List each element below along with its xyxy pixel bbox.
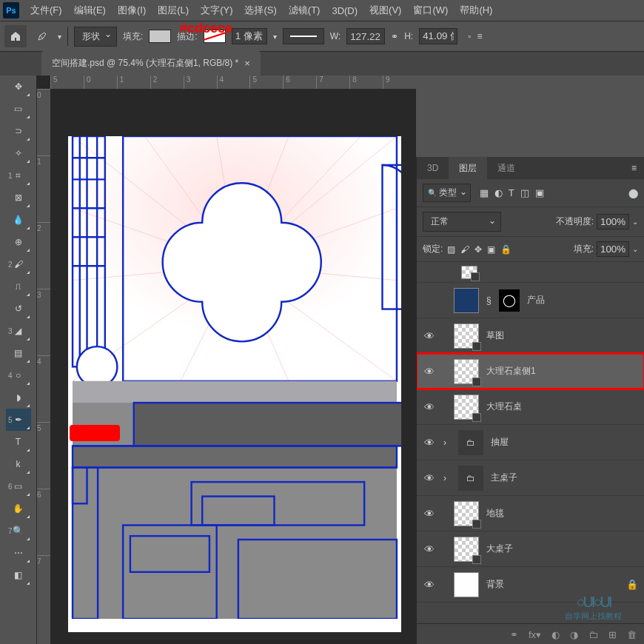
- canvas[interactable]: [68, 136, 401, 632]
- gradient-tool[interactable]: ▤: [6, 342, 31, 364]
- layer-row[interactable]: 👁›🗀主桌子: [417, 460, 644, 496]
- layer-row[interactable]: §◯产品: [417, 283, 644, 318]
- trash-icon[interactable]: 🗑: [627, 629, 637, 640]
- layer-name[interactable]: 产品: [527, 294, 545, 306]
- path-tool[interactable]: k: [6, 453, 31, 475]
- blend-mode-dropdown[interactable]: 正常: [423, 212, 501, 232]
- dodge-tool[interactable]: ◗: [6, 386, 31, 409]
- caret-down-icon[interactable]: ▾: [58, 33, 61, 41]
- caret-down-icon[interactable]: ⌄: [632, 245, 638, 253]
- move-tool[interactable]: ✥: [6, 76, 31, 98]
- frame-tool[interactable]: ⊠: [6, 187, 31, 209]
- opacity-input[interactable]: [597, 214, 629, 229]
- lock-position-icon[interactable]: ✥: [474, 244, 482, 255]
- panel-tab[interactable]: 图层: [449, 157, 487, 180]
- menu-item[interactable]: 选择(S): [239, 1, 281, 20]
- arrow-right-icon[interactable]: ›: [443, 473, 451, 483]
- layer-row[interactable]: 👁大桌子: [417, 531, 644, 567]
- lock-transparent-icon[interactable]: ▨: [447, 244, 455, 255]
- width-input[interactable]: [346, 28, 385, 44]
- fill-opacity-input[interactable]: [597, 241, 629, 257]
- mask-icon[interactable]: ◐: [551, 629, 560, 640]
- stamp-tool[interactable]: ⎍: [6, 275, 31, 298]
- home-button[interactable]: [4, 25, 27, 47]
- group-icon[interactable]: 🗀: [588, 629, 598, 640]
- healing-tool[interactable]: ⊕: [6, 231, 31, 253]
- panel-tab[interactable]: 3D: [417, 158, 449, 178]
- link-layers-icon[interactable]: ⚭: [510, 629, 518, 640]
- close-icon[interactable]: ×: [244, 58, 250, 69]
- layer-filter-dropdown[interactable]: 类型: [423, 184, 471, 202]
- layer-name[interactable]: 大理石桌: [486, 400, 522, 413]
- brush-tool[interactable]: 🖌2: [6, 253, 31, 275]
- menu-item[interactable]: 文字(Y): [195, 1, 238, 20]
- eraser-tool[interactable]: ◢3: [6, 320, 31, 342]
- visibility-icon[interactable]: 👁: [423, 508, 436, 520]
- new-layer-icon[interactable]: ⊞: [608, 629, 617, 640]
- rectangle-tool[interactable]: ▭6: [6, 475, 31, 497]
- layer-row[interactable]: 👁大理石桌侧1: [417, 354, 644, 389]
- align-button[interactable]: ≡: [477, 31, 482, 41]
- lock-all-icon[interactable]: 🔒: [500, 244, 511, 255]
- crop-tool[interactable]: ⌗1: [6, 164, 31, 187]
- pen-tool[interactable]: ✒5: [6, 409, 31, 431]
- blur-tool[interactable]: ○4: [6, 364, 31, 386]
- layer-name[interactable]: 主桌子: [491, 472, 517, 484]
- filter-adjust-icon[interactable]: ◐: [494, 187, 503, 198]
- document-tab[interactable]: 空间搭建.psd @ 75.4% (大理石桌侧1, RGB/8) * ×: [41, 51, 261, 76]
- type-tool[interactable]: T: [6, 431, 31, 453]
- visibility-icon[interactable]: 👁: [423, 330, 436, 342]
- shape-mode-dropdown[interactable]: 形状: [74, 27, 117, 47]
- layer-row[interactable]: 👁地毯: [417, 496, 644, 531]
- menu-item[interactable]: 编辑(E): [69, 1, 111, 20]
- layer-name[interactable]: 草图: [486, 329, 504, 342]
- path-ops-button[interactable]: ▫: [468, 31, 471, 41]
- arrow-right-icon[interactable]: ›: [443, 437, 451, 448]
- menu-item[interactable]: 图像(I): [113, 1, 151, 20]
- visibility-icon[interactable]: 👁: [423, 543, 436, 555]
- lasso-tool[interactable]: ⊃: [6, 120, 31, 142]
- wand-tool[interactable]: ✧: [6, 142, 31, 164]
- marquee-tool[interactable]: ▭: [6, 98, 31, 120]
- visibility-icon[interactable]: 👁: [423, 437, 436, 449]
- menu-item[interactable]: 帮助(H): [455, 1, 497, 20]
- filter-smart-icon[interactable]: ▣: [535, 187, 544, 198]
- zoom-tool[interactable]: 🔍7: [6, 520, 31, 542]
- stroke-style-dropdown[interactable]: [283, 28, 324, 44]
- filter-type-icon[interactable]: T: [509, 187, 514, 198]
- eyedropper-tool[interactable]: 💧: [6, 209, 31, 231]
- menu-item[interactable]: 3D(D): [326, 2, 363, 19]
- visibility-icon[interactable]: 👁: [423, 366, 436, 378]
- filter-pixel-icon[interactable]: ▦: [480, 187, 489, 198]
- layer-name[interactable]: 地毯: [486, 507, 504, 520]
- layer-name[interactable]: 大理石桌侧1: [486, 365, 536, 378]
- stroke-width-input[interactable]: [232, 28, 267, 44]
- layer-row[interactable]: [417, 262, 644, 283]
- caret-down-icon[interactable]: ⌄: [632, 218, 638, 226]
- visibility-icon[interactable]: 👁: [423, 579, 436, 591]
- menu-item[interactable]: 文件(F): [25, 1, 67, 20]
- menu-item[interactable]: 图层(L): [152, 1, 194, 20]
- link-icon[interactable]: ⚭: [391, 31, 398, 41]
- fx-icon[interactable]: fx▾: [529, 629, 541, 640]
- menu-item[interactable]: 视图(V): [364, 1, 406, 20]
- menu-item[interactable]: 窗口(W): [408, 1, 453, 20]
- layer-name[interactable]: 大桌子: [486, 543, 513, 555]
- tool-preset-button[interactable]: [33, 27, 52, 46]
- lock-artboard-icon[interactable]: ▣: [487, 244, 495, 255]
- history-brush-tool[interactable]: ↺: [6, 298, 31, 320]
- layer-row[interactable]: 👁›🗀抽屉: [417, 425, 644, 460]
- layer-name[interactable]: 背景: [486, 578, 504, 591]
- fill-swatch[interactable]: [149, 30, 171, 43]
- panel-menu-icon[interactable]: ≡: [624, 163, 644, 173]
- layer-row[interactable]: 👁背景🔒: [417, 567, 644, 603]
- panel-tab[interactable]: 通道: [487, 157, 526, 180]
- visibility-icon[interactable]: 👁: [423, 472, 436, 484]
- menu-item[interactable]: 滤镜(T): [284, 1, 326, 20]
- hand-tool[interactable]: ✋: [6, 497, 31, 520]
- lock-pixels-icon[interactable]: 🖌: [460, 244, 469, 255]
- layer-row[interactable]: 👁草图: [417, 318, 644, 354]
- caret-down-icon[interactable]: ▾: [273, 33, 277, 41]
- filter-shape-icon[interactable]: ◫: [520, 187, 529, 198]
- filter-toggle[interactable]: ⬤: [628, 188, 638, 198]
